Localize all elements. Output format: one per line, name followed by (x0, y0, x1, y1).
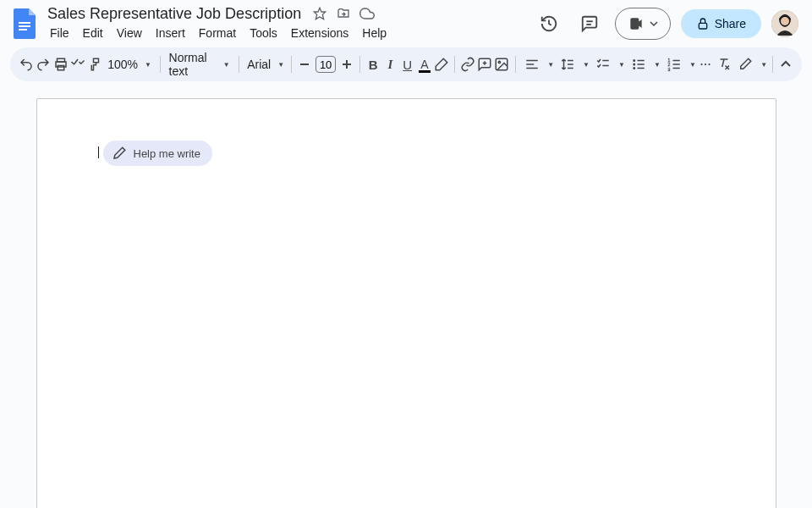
history-icon[interactable] (534, 8, 564, 39)
font-size-input[interactable] (315, 56, 336, 73)
share-label: Share (715, 17, 746, 30)
menu-view[interactable]: View (111, 25, 148, 41)
pencil-icon (112, 146, 127, 161)
svg-point-29 (634, 64, 635, 65)
undo-button[interactable] (19, 52, 34, 76)
style-value: Normal text (169, 51, 217, 78)
checklist-button[interactable]: ▼ (591, 52, 625, 76)
underline-button[interactable]: U (399, 52, 414, 76)
paint-format-button[interactable] (87, 52, 102, 76)
svg-rect-2 (19, 29, 27, 30)
svg-point-30 (634, 68, 635, 69)
zoom-select[interactable]: 100% ▼ (104, 58, 155, 71)
chevron-down-icon: ▼ (583, 61, 590, 69)
star-icon[interactable] (311, 5, 328, 22)
title-row: Sales Representative Job Description (44, 4, 534, 23)
svg-rect-6 (699, 23, 706, 29)
document-page[interactable]: Help me write (36, 98, 776, 508)
redo-button[interactable] (36, 52, 51, 76)
svg-point-41 (705, 64, 706, 65)
bullet-list-button[interactable]: ▼ (627, 52, 661, 76)
paragraph-style-select[interactable]: Normal text ▼ (166, 51, 233, 78)
avatar[interactable] (771, 10, 798, 37)
svg-marker-3 (314, 8, 325, 19)
doc-title[interactable]: Sales Representative Job Description (44, 5, 304, 23)
menu-bar: File Edit View Insert Format Tools Exten… (44, 23, 534, 43)
menu-edit[interactable]: Edit (77, 25, 109, 41)
docs-logo[interactable] (10, 8, 41, 39)
separator (359, 56, 360, 73)
text-cursor (98, 146, 100, 158)
font-select[interactable]: Arial ▼ (244, 58, 286, 71)
help-me-write-chip[interactable]: Help me write (103, 141, 212, 166)
chevron-down-icon: ▼ (145, 61, 151, 69)
menu-file[interactable]: File (44, 25, 75, 41)
insert-image-button[interactable] (494, 52, 509, 76)
separator (772, 56, 773, 73)
menu-tools[interactable]: Tools (244, 25, 283, 41)
separator (239, 56, 239, 73)
svg-rect-1 (19, 25, 30, 27)
chevron-down-icon: ▼ (760, 61, 767, 69)
add-comment-button[interactable] (477, 52, 492, 76)
help-write-label: Help me write (134, 147, 200, 160)
svg-point-28 (634, 60, 635, 62)
bold-button[interactable]: B (365, 52, 381, 76)
menu-format[interactable]: Format (193, 25, 242, 41)
comments-icon[interactable] (574, 8, 605, 39)
header-right: Share (534, 8, 798, 40)
more-button[interactable] (698, 52, 713, 76)
chevron-down-icon: ▼ (689, 61, 696, 69)
spellcheck-button[interactable] (70, 52, 85, 76)
highlight-button[interactable] (434, 52, 449, 76)
chevron-down-icon: ▼ (618, 61, 625, 69)
increase-font-button[interactable] (339, 52, 354, 76)
header-bar: Sales Representative Job Description Fil… (0, 0, 812, 41)
editing-mode-button[interactable]: ▼ (733, 52, 767, 76)
menu-insert[interactable]: Insert (150, 25, 191, 41)
meet-button[interactable] (615, 8, 671, 40)
svg-point-42 (708, 64, 710, 65)
clear-formatting-button[interactable] (716, 52, 732, 76)
svg-point-40 (700, 64, 702, 65)
align-button[interactable]: ▼ (520, 52, 554, 76)
line-spacing-button[interactable]: ▼ (556, 52, 590, 76)
decrease-font-button[interactable] (297, 52, 312, 76)
collapse-toolbar-button[interactable] (778, 52, 793, 76)
title-area: Sales Representative Job Description Fil… (44, 4, 534, 43)
italic-button[interactable]: I (382, 52, 398, 76)
numbered-list-button[interactable]: 123 ▼ (662, 52, 696, 76)
svg-point-19 (499, 61, 501, 63)
canvas: Help me write (0, 88, 812, 508)
chevron-down-icon: ▼ (654, 61, 661, 69)
menu-extensions[interactable]: Extensions (285, 25, 354, 41)
lock-icon (696, 17, 710, 30)
separator (160, 56, 161, 73)
menu-help[interactable]: Help (356, 25, 392, 41)
text-color-button[interactable]: A (417, 52, 432, 76)
svg-text:3: 3 (667, 67, 670, 72)
font-value: Arial (247, 58, 271, 71)
chevron-down-icon: ▼ (223, 61, 230, 69)
chevron-down-icon: ▼ (547, 61, 554, 69)
toolbar: 100% ▼ Normal text ▼ Arial ▼ B I U A ▼ ▼ (10, 47, 802, 81)
separator (291, 56, 292, 73)
chevron-down-icon (650, 19, 658, 28)
chevron-down-icon: ▼ (277, 61, 284, 69)
cloud-status-icon[interactable] (359, 5, 376, 22)
svg-point-9 (781, 17, 789, 25)
move-icon[interactable] (335, 5, 352, 22)
share-button[interactable]: Share (681, 9, 761, 38)
separator (454, 56, 455, 73)
print-button[interactable] (52, 52, 68, 76)
insert-link-button[interactable] (460, 52, 475, 76)
zoom-value: 100% (107, 58, 138, 71)
separator (515, 56, 516, 73)
svg-rect-0 (19, 22, 30, 24)
